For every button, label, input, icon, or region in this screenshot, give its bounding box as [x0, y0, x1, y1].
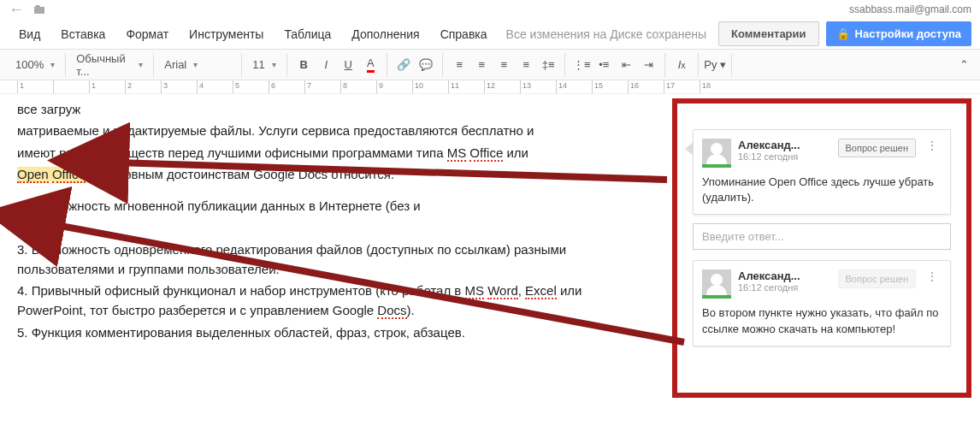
title-bar: ← 🖿 ssabbass.mail@gmail.com	[0, 0, 980, 19]
align-left-button[interactable]: ≡	[448, 54, 470, 76]
comment-card[interactable]: Александ... 16:12 сегодня Вопрос решен ⋮…	[693, 129, 951, 215]
align-center-button[interactable]: ≡	[470, 54, 493, 76]
text-color-button[interactable]: A	[359, 54, 381, 76]
menu-addons[interactable]: Дополнения	[341, 22, 429, 46]
more-options-icon[interactable]: ⋮	[923, 139, 942, 152]
bulleted-list-button[interactable]: •≡	[593, 54, 615, 76]
workspace: все загруж матриваемые и редактируемые ф…	[0, 94, 980, 438]
share-button[interactable]: 🔒 Настройки доступа	[826, 21, 971, 46]
more-options-icon[interactable]: ⋮	[923, 269, 942, 283]
align-justify-button[interactable]: ≡	[515, 54, 537, 76]
resolve-button[interactable]: Вопрос решен	[838, 269, 916, 288]
insert-comment-button[interactable]: 💬	[415, 54, 437, 76]
doc-list-item: 5. Функция комментирования выделенных об…	[17, 323, 641, 342]
comments-button[interactable]: Комментарии	[718, 21, 819, 46]
menu-bar: Вид Вставка Формат Инструменты Таблица Д…	[0, 19, 980, 50]
comment-text: Во втором пункте нужно указать, что файл…	[702, 305, 942, 336]
paragraph-style-select[interactable]: Обычный т...	[71, 54, 148, 76]
doc-line: имеют ряд преимуществ перед лучшими офис…	[17, 143, 641, 163]
align-right-button[interactable]: ≡	[493, 54, 515, 76]
font-size-select[interactable]: 11	[247, 54, 281, 76]
reply-input[interactable]: Введите ответ...	[693, 223, 951, 250]
menu-tools[interactable]: Инструменты	[179, 22, 274, 46]
doc-line: матриваемые и редактируемые файлы. Услуг…	[17, 121, 641, 140]
share-label: Настройки доступа	[855, 27, 961, 40]
insert-link-button[interactable]: 🔗	[393, 54, 415, 76]
comments-highlight-box: Александ... 16:12 сегодня Вопрос решен ⋮…	[672, 98, 971, 398]
collapse-toolbar-button[interactable]: ⌃	[953, 54, 975, 76]
doc-list-item	[17, 217, 641, 237]
user-email[interactable]: ssabbass.mail@gmail.com	[849, 3, 971, 15]
line-spacing-button[interactable]: ‡≡	[537, 54, 559, 76]
folder-icon[interactable]: 🖿	[32, 2, 46, 17]
save-status: Все изменения на Диске сохранены	[506, 27, 707, 41]
zoom-select[interactable]: 100%	[10, 54, 60, 76]
comment-author: Александ...	[738, 139, 831, 151]
avatar	[702, 139, 731, 168]
comment-text: Упоминание Open Office здесь лучше убрат…	[702, 175, 942, 205]
format-toolbar: 100% Обычный т... Arial 11 B I U A 🔗 💬 ≡…	[0, 50, 980, 80]
doc-line: Open Office. К основным достоинствам Goo…	[17, 164, 641, 184]
doc-line: все загруж	[17, 99, 641, 119]
avatar	[702, 269, 731, 299]
resolve-button[interactable]: Вопрос решен	[838, 139, 916, 157]
horizontal-ruler[interactable]: 1 12 34 56 78 910 1112 1314 1516 1718	[0, 80, 980, 94]
font-select[interactable]: Arial	[159, 54, 236, 76]
menu-table[interactable]: Таблица	[274, 22, 341, 46]
increase-indent-button[interactable]: ⇥	[637, 54, 659, 76]
menu-help[interactable]: Справка	[430, 22, 498, 46]
menu-view[interactable]: Вид	[9, 22, 50, 46]
lock-icon: 🔒	[836, 27, 850, 40]
back-arrow-icon[interactable]: ←	[9, 1, 24, 19]
clear-formatting-button[interactable]: Ix	[670, 54, 693, 76]
italic-button[interactable]: I	[315, 54, 337, 76]
menu-format[interactable]: Формат	[115, 22, 179, 46]
comment-author: Александ...	[738, 269, 831, 282]
doc-list-item: 4. Привычный офисный функционал и набор …	[17, 281, 641, 321]
bold-button[interactable]: B	[292, 54, 315, 76]
comment-time: 16:12 сегодня	[738, 282, 831, 293]
input-tools-button[interactable]: Ру ▾	[704, 54, 726, 76]
document-body[interactable]: все загруж матриваемые и редактируемые ф…	[0, 94, 658, 438]
decrease-indent-button[interactable]: ⇤	[615, 54, 637, 76]
numbered-list-button[interactable]: ⋮≡	[570, 54, 593, 76]
comment-card[interactable]: Александ... 16:12 сегодня Вопрос решен ⋮…	[693, 260, 951, 346]
underline-button[interactable]: U	[337, 54, 359, 76]
comment-time: 16:12 сегодня	[738, 151, 831, 162]
doc-list-item: 1. Возможность мгновенной публикации дан…	[17, 196, 641, 216]
doc-list-item: 3. Возможность одновременного редактиров…	[17, 240, 641, 280]
menu-insert[interactable]: Вставка	[50, 22, 115, 46]
